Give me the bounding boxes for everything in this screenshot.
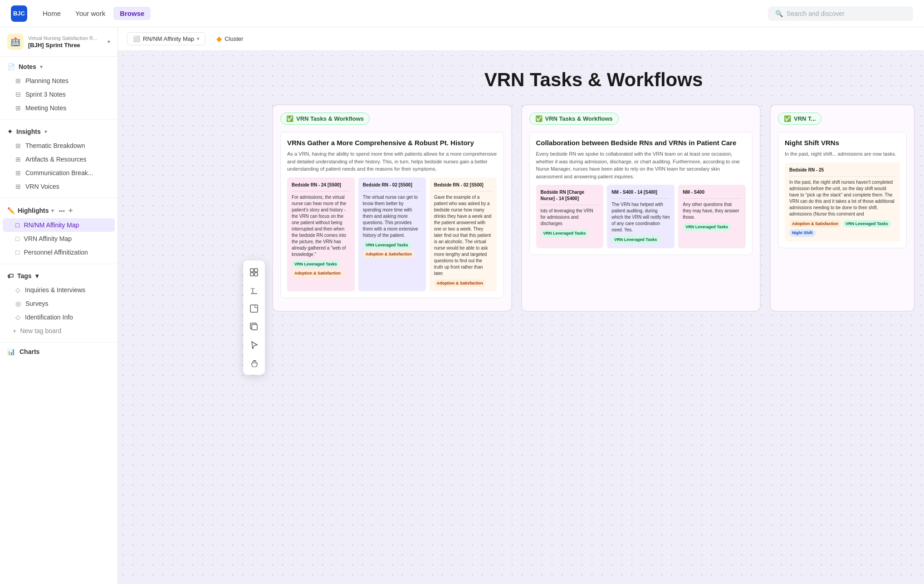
search-bar[interactable]: 🔍 Search and discover	[768, 6, 913, 21]
board-scroll[interactable]: VRN Tasks & Workflows ✅ VRN Tasks & Work…	[263, 60, 924, 575]
affinity-icon: □	[15, 221, 19, 229]
sticky-header-1-3: Bedside RN - 02 [S500]	[434, 182, 493, 191]
hand-tool-button[interactable]	[246, 355, 262, 371]
sidebar-item-meeting-notes[interactable]: ⊞ Meeting Notes	[3, 101, 115, 115]
divider-3	[0, 264, 117, 264]
swimlane-col-1: ✅ VRN Tasks & Workflows VRNs Gather a Mo…	[272, 104, 512, 312]
swimlane-card-2: Collaboration between Bedside RNs and VR…	[529, 132, 753, 255]
plus-icon: +	[13, 327, 16, 334]
sidebar-item-identification[interactable]: ◇ Identification Info	[3, 310, 115, 324]
highlights-header: ✏️ Highlights ▾ ••• +	[0, 203, 117, 218]
sticky-2-2[interactable]: NM - S400 - 14 [S400] The VRN has helped…	[607, 185, 675, 248]
sticky-3-1[interactable]: Bedside RN - 25 In the past, the night s…	[785, 162, 900, 241]
sidebar-item-charts[interactable]: 📊 Charts	[0, 344, 117, 359]
stickies-row-1: Bedside RN - 24 [S500] For admissions, t…	[287, 177, 497, 292]
sidebar-item-rn-nm-affinity[interactable]: □ RN/NM Affinity Map	[3, 218, 115, 232]
vrn-voices-label: VRN Voices	[25, 183, 59, 190]
nav-home[interactable]: Home	[36, 7, 67, 20]
tags-chevron-icon: ▾	[35, 272, 39, 280]
card-title-3: Night Shift VRNs	[785, 139, 900, 147]
survey-icon: ◎	[15, 300, 21, 307]
sidebar-item-thematic[interactable]: ⊞ Thematic Breakdown	[3, 139, 115, 152]
grid-tool-button[interactable]	[246, 264, 262, 280]
sticky-2-1[interactable]: Bedside RN [Charge Nurse] - 14 [S400] lo…	[536, 185, 604, 248]
main-layout: 🏥 Virtual Nursing Satisfaction R... [BJH…	[0, 27, 924, 584]
search-placeholder: Search and discover	[787, 10, 845, 17]
sidebar-item-personnel[interactable]: □ Personnel Affinitization	[3, 245, 115, 259]
copy-tool-button[interactable]	[246, 319, 262, 335]
svg-rect-6	[250, 305, 258, 312]
highlights-label: Highlights	[18, 207, 49, 214]
stickies-row-3: Bedside RN - 25 In the past, the night s…	[785, 162, 900, 241]
notes-label: Notes	[19, 63, 36, 70]
new-tag-board-item[interactable]: + New tag board	[0, 324, 117, 338]
workspace-icon: 🏥	[7, 34, 24, 50]
swimlane-header-2: ✅ VRN Tasks & Workflows	[529, 113, 753, 125]
swimlane-card-3: Night Shift VRNs In the past, night shif…	[778, 132, 907, 248]
add-highlight-icon[interactable]: +	[68, 206, 73, 215]
nav-your-work[interactable]: Your work	[69, 7, 112, 20]
svg-text:T: T	[251, 287, 255, 294]
label-adoption-col3: Adoption & Satisfaction	[789, 220, 841, 228]
board-container: VRN Tasks & Workflows ✅ VRN Tasks & Work…	[263, 60, 924, 330]
tag-icon: 🏷	[7, 272, 14, 280]
board-title: VRN Tasks & Workflows	[272, 69, 915, 91]
sticky-header-1-1: Bedside RN - 24 [S500]	[292, 182, 350, 191]
workspace-chevron-icon[interactable]: ▾	[108, 39, 110, 45]
check-icon-1: ✅	[286, 115, 293, 122]
sticky-header-2-2: NM - S400 - 14 [S400]	[611, 189, 670, 199]
swimlane-badge-2: ✅ VRN Tasks & Workflows	[529, 113, 619, 125]
swimlane-header-3: ✅ VRN T...	[778, 113, 907, 125]
stickies-row-2: Bedside RN [Charge Nurse] - 14 [S400] lo…	[536, 185, 746, 248]
label-vrn-tasks-col2-3: VRN Leveraged Tasks	[683, 223, 731, 231]
sticky-text-1-3: Gave the example of a patient who was as…	[434, 194, 493, 277]
sidebar-item-artifacts[interactable]: ⊞ Artifacts & Resources	[3, 152, 115, 166]
workspace-title: Virtual Nursing Satisfaction R...	[28, 35, 103, 41]
swimlane-header-1: ✅ VRN Tasks & Workflows	[280, 113, 504, 125]
sidebar-item-communication[interactable]: ⊞ Communication Break...	[3, 166, 115, 180]
insights-section-header[interactable]: ✦ Insights ▾	[0, 124, 117, 139]
sidebar-item-vrn-affinity[interactable]: □ VRN Affinity Map	[3, 232, 115, 245]
notes-section-header[interactable]: 📄 Notes ▾	[0, 59, 117, 74]
canvas-area[interactable]: T VRN Tasks & Workflows	[118, 51, 924, 584]
cluster-label: Cluster	[225, 35, 243, 42]
id-icon: ◇	[15, 314, 20, 321]
sidebar-item-sprint3-notes[interactable]: ⊟ Sprint 3 Notes	[3, 88, 115, 101]
pencil-icon: ✏️	[7, 207, 15, 214]
sticky-2-3[interactable]: NM - S400 Any other questions that they …	[678, 185, 746, 248]
identification-label: Identification Info	[25, 314, 73, 321]
cluster-button[interactable]: ◆ Cluster	[211, 32, 249, 46]
swimlane-col-2: ✅ VRN Tasks & Workflows Collaboration be…	[521, 104, 761, 312]
label-vrn-tasks-1: VRN Leveraged Tasks	[292, 260, 340, 268]
highlights-chevron-icon[interactable]: ▾	[51, 208, 54, 214]
highlights-section: ✏️ Highlights ▾ ••• + □ RN/NM Affinity M…	[0, 200, 117, 262]
pointer-tool-button[interactable]	[246, 337, 262, 353]
more-options-icon[interactable]: •••	[59, 207, 65, 214]
svg-rect-0	[250, 269, 254, 272]
nav-browse[interactable]: Browse	[113, 7, 151, 20]
workspace-subtitle: [BJH] Sprint Three	[28, 42, 103, 49]
sticky-header-2-1: Bedside RN [Charge Nurse] - 14 [S400]	[541, 189, 599, 205]
sidebar-item-inquiries[interactable]: ◇ Inquiries & Interviews	[3, 283, 115, 297]
affinity-map-button[interactable]: ⬜ RN/NM Affinity Map ▾	[127, 32, 205, 45]
sticky-1-1[interactable]: Bedside RN - 24 [S500] For admissions, t…	[287, 177, 355, 292]
sidebar-item-surveys[interactable]: ◎ Surveys	[3, 297, 115, 310]
sticky-1-3[interactable]: Bedside RN - 02 [S500] Gave the example …	[430, 177, 497, 292]
check-icon-3: ✅	[784, 115, 791, 122]
artifacts-label: Artifacts & Resources	[25, 156, 87, 163]
swimlane-badge-1: ✅ VRN Tasks & Workflows	[280, 113, 370, 125]
sticky-tool-button[interactable]	[246, 300, 262, 317]
text-tool-button[interactable]: T	[246, 282, 262, 299]
tags-header[interactable]: 🏷 Tags ▾	[0, 269, 117, 283]
sidebar-item-vrn-voices[interactable]: ⊞ VRN Voices	[3, 180, 115, 193]
swimlane-col-3: ✅ VRN T... Night Shift VRNs In the past,…	[770, 104, 915, 312]
swimlane-card-1: VRNs Gather a More Comprehensive & Robus…	[280, 132, 504, 298]
cluster-diamond-icon: ◆	[216, 34, 222, 43]
sticky-1-2[interactable]: Bedside RN - 02 [S500] The virtual nurse…	[358, 177, 426, 292]
sidebar-item-planning-notes[interactable]: ⊞ Planning Notes	[3, 74, 115, 88]
top-nav: BJC Home Your work Browse 🔍 Search and d…	[0, 0, 924, 27]
affinity-icon-3: □	[15, 249, 19, 256]
content-area: ⬜ RN/NM Affinity Map ▾ ◆ Cluster T	[118, 27, 924, 584]
label-night-shift: Night Shift	[789, 229, 816, 237]
planning-notes-label: Planning Notes	[25, 77, 68, 84]
